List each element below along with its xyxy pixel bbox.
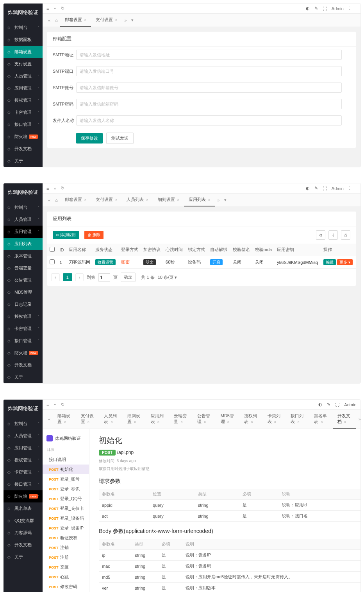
select-all-checkbox[interactable] [50, 247, 55, 252]
tab[interactable]: 细则设置× [123, 410, 146, 429]
sidebar-item[interactable]: ◇接口管理˅ [4, 335, 43, 347]
sidebar-item[interactable]: ◇支付设置 [4, 58, 43, 70]
add-app-button[interactable]: ⊕ 添加应用 [53, 231, 79, 239]
delete-button[interactable]: 🗑 删除 [84, 231, 103, 239]
menu-icon[interactable]: ≡ [46, 402, 49, 407]
docs-nav-item[interactable]: POST验证授权 [43, 533, 89, 543]
sidebar-item[interactable]: ◇关于 [4, 155, 43, 167]
page-input[interactable] [98, 273, 110, 282]
tab[interactable]: MD5管理× [216, 410, 239, 429]
more-button[interactable]: 更多 ▾ [337, 259, 353, 265]
close-icon[interactable]: × [134, 420, 136, 424]
theme-icon[interactable]: ◐ [306, 186, 310, 191]
sidebar-item[interactable]: ◇授权管理˅ [4, 454, 43, 466]
theme-icon[interactable]: ◐ [306, 6, 310, 11]
sidebar-item[interactable]: ◇接口管理˅ [4, 478, 43, 490]
tabs-home-icon[interactable]: ⌂ [53, 196, 60, 205]
tabs-next-icon[interactable]: » [356, 414, 361, 424]
sidebar-item[interactable]: ◇公告管理 [4, 274, 43, 286]
home-icon[interactable]: ⌂ [54, 6, 56, 11]
tab[interactable]: 人员列表× [99, 410, 123, 429]
text-input[interactable] [76, 66, 342, 76]
sidebar-item[interactable]: ◇关于 [4, 551, 43, 563]
tab[interactable]: 应用列表× [184, 194, 215, 206]
sidebar-item[interactable]: ◇控制台˅ [4, 418, 43, 430]
more-icon[interactable]: ⋮ [348, 6, 352, 11]
docs-nav-item[interactable]: POST登录_设备IP [43, 523, 89, 533]
fullscreen-icon[interactable]: ⛶ [335, 402, 339, 407]
tab[interactable]: 接口列表× [286, 410, 309, 429]
sidebar-item[interactable]: ◇人员管理˅ [4, 430, 43, 442]
theme-icon[interactable]: ◐ [318, 402, 322, 407]
fullscreen-icon[interactable]: ⛶ [323, 6, 327, 11]
page-size[interactable]: 10 条/页 ▾ [158, 274, 177, 280]
tab[interactable]: 支付设置× [76, 410, 100, 429]
close-icon[interactable]: × [204, 420, 206, 424]
row-checkbox[interactable] [50, 259, 55, 264]
docs-nav-item[interactable]: POST登录_QQ号 [43, 494, 89, 504]
sidebar-item[interactable]: ◇关于 [4, 371, 43, 383]
save-button[interactable]: 保存修改 [76, 133, 103, 144]
home-icon[interactable]: ⌂ [54, 402, 56, 407]
tab[interactable]: 细则设置× [153, 194, 184, 206]
close-icon[interactable]: × [64, 420, 66, 424]
sidebar-item[interactable]: ◇版本管理 [4, 250, 43, 262]
tabs-menu-icon[interactable]: ▾ [129, 15, 136, 25]
sidebar-item[interactable]: ◇卡密管理˅ [4, 323, 43, 335]
sidebar-item[interactable]: ◇控制台˅ [4, 201, 43, 213]
sidebar-item[interactable]: ◇开发文档 [4, 143, 43, 155]
tab[interactable]: 邮箱设置× [60, 194, 91, 206]
close-icon[interactable]: × [87, 420, 89, 424]
close-icon[interactable]: × [84, 18, 86, 22]
tab[interactable]: 授权列表× [239, 410, 263, 429]
docs-nav-item[interactable]: POST登录_设备码 [43, 513, 89, 523]
close-icon[interactable]: × [111, 420, 112, 424]
tab[interactable]: 黑名单表× [309, 410, 333, 429]
export-icon[interactable]: ⇩ [328, 230, 338, 240]
edit-button[interactable]: 编辑 [323, 259, 336, 265]
text-input[interactable] [76, 115, 342, 126]
sidebar-item[interactable]: ◇人员管理˅ [4, 213, 43, 226]
sidebar-item[interactable]: ◇防火墙new˄ [4, 490, 43, 502]
test-send-button[interactable]: 测试发送 [106, 133, 134, 144]
docs-nav-item[interactable]: 接口说明 [43, 455, 89, 465]
tabs-prev-icon[interactable]: « [46, 414, 53, 424]
user-menu[interactable]: Admin [344, 402, 356, 407]
more-icon[interactable]: ⋮ [348, 186, 352, 191]
sidebar-item[interactable]: ◇控制台˄ [4, 22, 43, 34]
docs-nav-item[interactable]: POST注册 [43, 553, 89, 562]
fullscreen-icon[interactable]: ⛶ [323, 186, 327, 191]
user-menu[interactable]: Admin [332, 6, 344, 11]
sidebar-item[interactable]: ◇卡密管理˅ [4, 106, 43, 118]
sidebar-item[interactable]: ◇邮箱设置 [4, 46, 43, 58]
close-icon[interactable]: × [274, 420, 276, 424]
tab[interactable]: 公告管理× [193, 410, 216, 429]
sidebar-item[interactable]: ◇日志记录 [4, 298, 43, 310]
sidebar-item[interactable]: ◇防火墙new [4, 347, 43, 359]
refresh-icon[interactable]: ↻ [61, 186, 64, 191]
tabs-prev-icon[interactable]: « [46, 16, 53, 25]
sidebar-item[interactable]: ◇应用管理˅ [4, 442, 43, 454]
tab[interactable]: 应用列表× [146, 410, 170, 429]
sidebar-item[interactable]: ◇接口管理˅ [4, 118, 43, 131]
close-icon[interactable]: × [177, 198, 179, 202]
tabs-home-icon[interactable]: ⌂ [53, 16, 60, 25]
close-icon[interactable]: × [321, 420, 323, 424]
sidebar-item[interactable]: ◇应用管理˄ [4, 226, 43, 238]
tabs-next-icon[interactable]: » [122, 16, 129, 25]
sidebar-item[interactable]: ◇人员管理˅ [4, 70, 43, 82]
menu-icon[interactable]: ≡ [46, 186, 49, 191]
sidebar-item[interactable]: ◇开发文档 [4, 359, 43, 371]
close-icon[interactable]: × [157, 420, 159, 424]
close-icon[interactable]: × [115, 18, 117, 22]
tab[interactable]: 卡类列表× [263, 410, 286, 429]
note-icon[interactable]: ✎ [314, 186, 318, 191]
close-icon[interactable]: × [251, 420, 253, 424]
close-icon[interactable]: × [344, 420, 346, 424]
docs-nav-item[interactable]: POST登录_标识 [43, 484, 89, 494]
sidebar-item[interactable]: ◇刀客源码 [4, 527, 43, 539]
tabs-next-icon[interactable]: » [215, 196, 222, 205]
docs-nav-item[interactable]: POST心跳 [43, 572, 89, 582]
tab[interactable]: 开发文档× [333, 410, 356, 429]
user-menu[interactable]: Admin [332, 186, 344, 191]
